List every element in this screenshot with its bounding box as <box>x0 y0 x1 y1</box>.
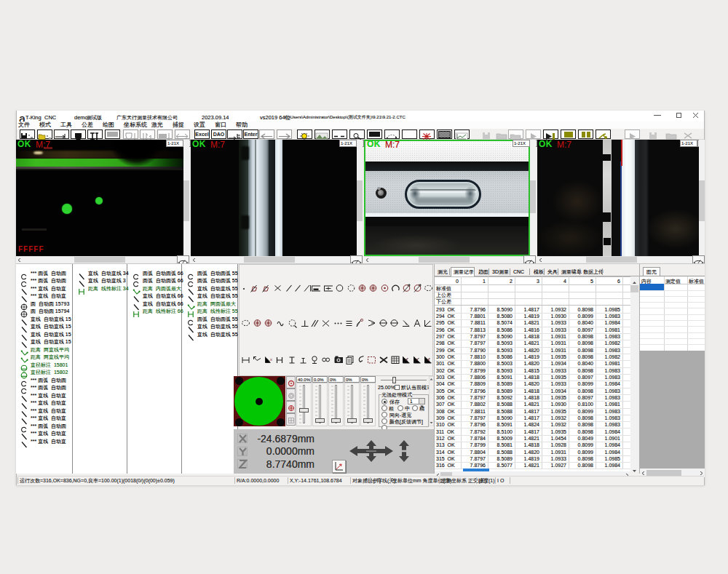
svg-text:x: x <box>405 357 408 362</box>
svg-text:o: o <box>427 357 430 362</box>
svg-text:x: x <box>270 357 272 362</box>
svg-text:r: r <box>416 357 418 362</box>
